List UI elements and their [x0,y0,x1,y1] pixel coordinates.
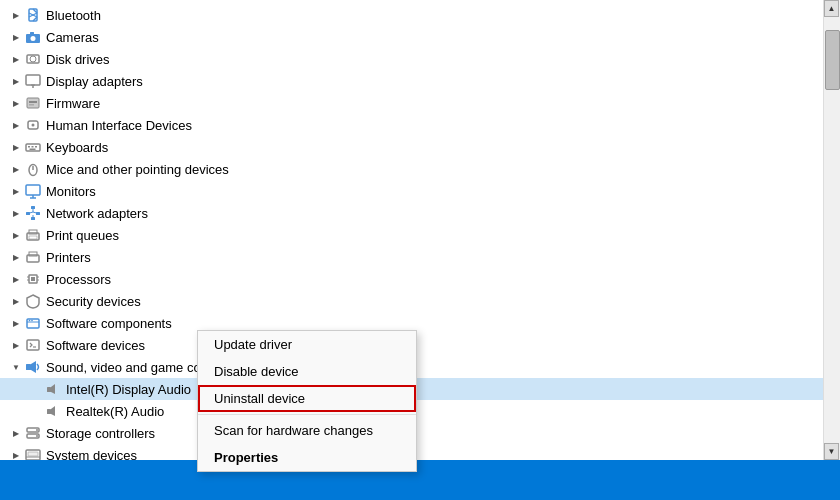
tree-item-label-cameras: Cameras [46,30,99,45]
tree-item-label-printers: Printers [46,250,91,265]
tree-item-label-realtek-audio: Realtek(R) Audio [66,404,164,419]
tree-item-bluetooth[interactable]: Bluetooth [0,4,840,26]
tree-item-label-human-interface: Human Interface Devices [46,118,192,133]
expand-icon-firmware[interactable] [8,95,24,111]
context-menu-item-scan-hardware[interactable]: Scan for hardware changes [198,417,416,444]
tree-item-sound-video[interactable]: Sound, video and game controllers [0,356,840,378]
sound-icon [24,358,42,376]
expand-icon-processors[interactable] [8,271,24,287]
device-tree: BluetoothCamerasDisk drivesDisplay adapt… [0,0,840,500]
svg-rect-31 [31,217,35,220]
context-menu-item-properties[interactable]: Properties [198,444,416,471]
expand-icon-cameras[interactable] [8,29,24,45]
tree-item-label-bluetooth: Bluetooth [46,8,101,23]
tree-item-intel-display-audio[interactable]: Intel(R) Display Audio [0,378,840,400]
tree-item-printers[interactable]: Printers [0,246,840,268]
expand-icon-print-queues[interactable] [8,227,24,243]
display-icon [24,72,42,90]
tree-item-network-adapters[interactable]: Network adapters [0,202,840,224]
scrollbar-thumb[interactable] [825,30,840,90]
svg-point-6 [31,36,36,41]
storage-icon [24,424,42,442]
printer-icon [24,226,42,244]
expand-icon-human-interface[interactable] [8,117,24,133]
svg-marker-56 [51,384,55,394]
tree-item-software-devices[interactable]: Software devices [0,334,840,356]
context-menu-item-disable-device[interactable]: Disable device [198,358,416,385]
tree-item-label-network-adapters: Network adapters [46,206,148,221]
tree-item-label-keyboards: Keyboards [46,140,108,155]
tree-item-keyboards[interactable]: Keyboards [0,136,840,158]
expand-icon-realtek-audio[interactable] [28,403,44,419]
svg-rect-65 [28,452,38,456]
expand-icon-security-devices[interactable] [8,293,24,309]
device-manager-window: BluetoothCamerasDisk drivesDisplay adapt… [0,0,840,500]
expand-icon-mice[interactable] [8,161,24,177]
tree-item-label-intel-display-audio: Intel(R) Display Audio [66,382,191,397]
security-icon [24,292,42,310]
svg-point-61 [36,429,38,431]
svg-rect-42 [31,277,35,281]
expand-icon-software-components[interactable] [8,315,24,331]
tree-item-firmware[interactable]: Firmware [0,92,840,114]
expand-icon-monitors[interactable] [8,183,24,199]
context-menu-item-update-driver[interactable]: Update driver [198,331,416,358]
tree-item-label-disk-drives: Disk drives [46,52,110,67]
mouse-icon [24,160,42,178]
svg-rect-7 [30,32,34,35]
tree-item-human-interface[interactable]: Human Interface Devices [0,114,840,136]
tree-item-label-storage-controllers: Storage controllers [46,426,155,441]
tree-item-display-adapters[interactable]: Display adapters [0,70,840,92]
disk-icon [24,50,42,68]
expand-icon-storage-controllers[interactable] [8,425,24,441]
scroll-down-arrow[interactable]: ▼ [824,443,839,460]
svg-rect-53 [26,364,31,370]
expand-icon-bluetooth[interactable] [8,7,24,23]
expand-icon-network-adapters[interactable] [8,205,24,221]
tree-item-realtek-audio[interactable]: Realtek(R) Audio [0,400,840,422]
svg-marker-54 [31,361,36,373]
expand-icon-printers[interactable] [8,249,24,265]
tree-item-storage-controllers[interactable]: Storage controllers [0,422,840,444]
svg-rect-51 [27,340,39,350]
tree-item-security-devices[interactable]: Security devices [0,290,840,312]
expand-icon-intel-display-audio[interactable] [28,381,44,397]
context-menu-item-uninstall-device[interactable]: Uninstall device [198,385,416,412]
svg-rect-25 [26,185,40,195]
scroll-up-arrow[interactable]: ▲ [824,0,839,17]
svg-point-9 [30,56,36,62]
svg-rect-21 [35,146,37,148]
svg-rect-19 [28,146,30,148]
tree-item-software-components[interactable]: Software components [0,312,840,334]
software-dev-icon [24,336,42,354]
svg-rect-55 [47,387,51,392]
expand-icon-disk-drives[interactable] [8,51,24,67]
tree-item-cameras[interactable]: Cameras [0,26,840,48]
printer2-icon [24,248,42,266]
software-comp-icon [24,314,42,332]
hid-icon [24,116,42,134]
audio-icon [44,380,62,398]
tree-item-print-queues[interactable]: Print queues [0,224,840,246]
bluetooth-icon [24,6,42,24]
tree-item-label-print-queues: Print queues [46,228,119,243]
tree-item-mice[interactable]: Mice and other pointing devices [0,158,840,180]
scrollbar[interactable]: ▲ ▼ [823,0,840,460]
expand-icon-software-devices[interactable] [8,337,24,353]
audio-icon [44,402,62,420]
tree-item-disk-drives[interactable]: Disk drives [0,48,840,70]
expand-icon-display-adapters[interactable] [8,73,24,89]
expand-icon-sound-video[interactable] [8,359,24,375]
tree-item-monitors[interactable]: Monitors [0,180,840,202]
context-menu: Update driverDisable deviceUninstall dev… [197,330,417,472]
svg-point-49 [29,320,31,322]
tree-item-label-display-adapters: Display adapters [46,74,143,89]
expand-icon-keyboards[interactable] [8,139,24,155]
tree-item-label-firmware: Firmware [46,96,100,111]
tree-item-label-software-devices: Software devices [46,338,145,353]
svg-marker-58 [51,406,55,416]
network-icon [24,204,42,222]
tree-item-processors[interactable]: Processors [0,268,840,290]
monitor-icon [24,182,42,200]
svg-rect-14 [29,101,37,103]
